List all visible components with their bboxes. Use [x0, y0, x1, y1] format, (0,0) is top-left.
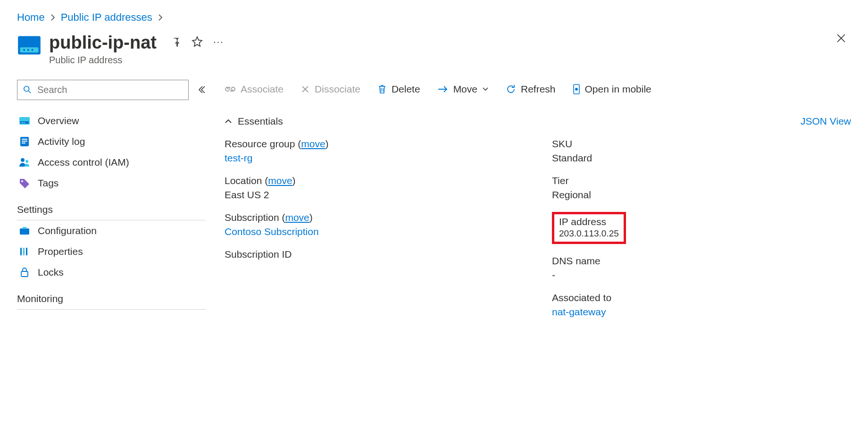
svg-rect-19	[23, 227, 26, 229]
mobile-icon	[573, 84, 580, 95]
subscription-move-link[interactable]: move	[285, 212, 309, 223]
sku-label: SKU	[552, 138, 851, 150]
svg-point-3	[27, 49, 29, 51]
star-icon[interactable]	[192, 36, 203, 47]
sidebar-item-label: Overview	[38, 115, 79, 126]
svg-rect-23	[21, 271, 28, 277]
sidebar-item-access-control[interactable]: Access control (IAM)	[17, 152, 206, 173]
essentials-toggle[interactable]: Essentials	[225, 116, 283, 127]
breadcrumb-parent[interactable]: Public IP addresses	[61, 11, 152, 24]
svg-point-15	[21, 158, 25, 162]
associate-icon	[225, 84, 236, 94]
toolbar-label: Open in mobile	[585, 84, 651, 95]
svg-line-6	[29, 91, 31, 93]
essentials-left-column: Resource group (move) test-rg Location (…	[225, 138, 524, 329]
svg-point-27	[575, 88, 578, 91]
move-icon	[437, 85, 449, 93]
toolbar-label: Delete	[392, 84, 420, 95]
sidebar-item-configuration[interactable]: Configuration	[17, 220, 206, 241]
chevron-right-icon	[158, 14, 163, 21]
toolbar-label: Move	[453, 84, 477, 95]
essentials-right-column: SKU Standard Tier Regional IP address 20…	[552, 138, 851, 329]
configuration-icon	[19, 225, 30, 236]
sidebar-item-overview[interactable]: Overview	[17, 110, 206, 131]
svg-point-4	[31, 49, 33, 51]
activity-log-icon	[19, 136, 30, 147]
ip-address-value: 203.0.113.0.25	[559, 228, 619, 239]
subscription-value[interactable]: Contoso Subscription	[225, 226, 319, 237]
sidebar-item-tags[interactable]: Tags	[17, 173, 206, 194]
dissociate-icon	[300, 84, 310, 94]
more-icon[interactable]: ···	[213, 36, 224, 47]
associate-button: Associate	[225, 84, 284, 95]
open-in-mobile-button[interactable]: Open in mobile	[573, 84, 651, 95]
resource-group-move-link[interactable]: move	[301, 138, 325, 149]
resource-group-value[interactable]: test-rg	[225, 152, 253, 163]
svg-point-17	[21, 180, 23, 182]
refresh-icon	[506, 84, 516, 94]
sidebar-item-label: Access control (IAM)	[38, 157, 129, 168]
sidebar-item-label: Activity log	[38, 136, 85, 147]
close-button[interactable]	[836, 33, 851, 43]
move-button[interactable]: Move	[437, 84, 489, 95]
sidebar-item-label: Properties	[38, 246, 83, 257]
pin-icon[interactable]	[171, 36, 181, 47]
svg-point-10	[24, 122, 25, 123]
chevron-right-icon	[50, 14, 55, 21]
chevron-up-icon	[225, 118, 232, 124]
search-input[interactable]	[36, 84, 183, 96]
dns-name-label: DNS name	[552, 255, 851, 267]
json-view-link[interactable]: JSON View	[801, 116, 851, 127]
svg-point-9	[22, 122, 23, 123]
associated-to-value[interactable]: nat-gateway	[552, 306, 606, 317]
sidebar-item-properties[interactable]: Properties	[17, 241, 206, 262]
dissociate-button: Dissociate	[300, 84, 360, 95]
resource-name: public-ip-nat	[49, 33, 157, 53]
delete-icon	[377, 84, 387, 94]
svg-rect-21	[23, 248, 25, 255]
svg-rect-14	[22, 143, 25, 143]
location-label: Location (move)	[225, 175, 524, 186]
toolbar-label: Associate	[241, 84, 284, 95]
svg-rect-22	[26, 248, 27, 255]
essentials-label: Essentials	[238, 116, 283, 127]
sidebar-item-label: Locks	[38, 267, 64, 278]
sidebar-section-monitoring: Monitoring	[17, 293, 206, 310]
ip-address-label: IP address	[559, 216, 619, 227]
svg-rect-13	[22, 141, 27, 142]
subscription-id-label: Subscription ID	[225, 249, 524, 260]
sidebar-section-settings: Settings	[17, 204, 206, 220]
toolbar-label: Refresh	[521, 84, 556, 95]
resource-group-label: Resource group (move)	[225, 138, 524, 150]
properties-icon	[19, 246, 30, 257]
collapse-chevron-icon[interactable]	[197, 85, 206, 94]
sku-value: Standard	[552, 152, 851, 164]
breadcrumb: Home Public IP addresses	[17, 11, 851, 24]
refresh-button[interactable]: Refresh	[506, 84, 556, 95]
location-value: East US 2	[225, 189, 524, 201]
location-move-link[interactable]: move	[268, 175, 292, 186]
subscription-label: Subscription (move)	[225, 212, 524, 223]
toolbar-label: Dissociate	[315, 84, 360, 95]
associated-to-label: Associated to	[552, 292, 851, 303]
resource-header: public-ip-nat Public IP address ···	[17, 33, 851, 66]
breadcrumb-home[interactable]: Home	[17, 11, 45, 24]
svg-rect-20	[20, 248, 22, 255]
svg-rect-8	[20, 121, 29, 124]
delete-button[interactable]: Delete	[377, 84, 420, 95]
tier-label: Tier	[552, 175, 851, 186]
main-panel: Associate Dissociate Delete Move	[225, 80, 851, 329]
sidebar-item-locks[interactable]: Locks	[17, 262, 206, 283]
search-icon	[23, 85, 32, 94]
svg-point-5	[24, 86, 29, 92]
resource-subtype: Public IP address	[49, 55, 157, 66]
access-control-icon	[19, 157, 30, 168]
chevron-down-icon	[482, 87, 489, 92]
svg-point-16	[25, 160, 28, 163]
overview-icon	[19, 115, 30, 126]
sidebar: Overview Activity log Access control (IA…	[17, 80, 206, 329]
search-box[interactable]	[17, 80, 189, 100]
sidebar-item-label: Tags	[38, 177, 58, 189]
svg-point-2	[23, 49, 25, 51]
sidebar-item-activity-log[interactable]: Activity log	[17, 131, 206, 152]
